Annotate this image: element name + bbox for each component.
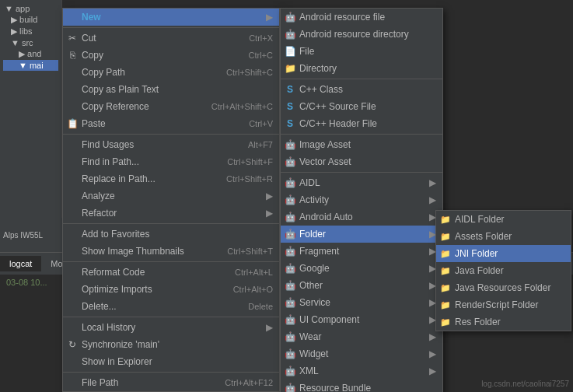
menu-item-replace-path[interactable]: Replace in Path... Ctrl+Shift+R bbox=[63, 170, 279, 187]
tree-item-libs[interactable]: ▶ libs bbox=[3, 26, 58, 37]
menu-item-renderscript-folder[interactable]: 📁 RenderScript Folder bbox=[436, 296, 571, 313]
android-icon-8: 🤖 bbox=[285, 229, 295, 240]
menu-item-google[interactable]: 🤖 Google ▶ bbox=[281, 260, 442, 277]
menu-label-file: File bbox=[299, 46, 314, 57]
menu-label-other: Other bbox=[299, 280, 323, 291]
new-sep-1 bbox=[281, 79, 442, 79]
menu-item-widget[interactable]: 🤖 Widget ▶ bbox=[281, 345, 442, 362]
menu-item-directory[interactable]: 📁 Directory bbox=[281, 60, 442, 77]
folder-icon-jni: 📁 bbox=[440, 248, 451, 259]
menu-item-cpp-class[interactable]: S C++ Class bbox=[281, 81, 442, 98]
tree-item-build[interactable]: ▶ build bbox=[3, 14, 58, 26]
shortcut-replace-path: Ctrl+Shift+R bbox=[226, 174, 273, 184]
menu-label-cut: Cut bbox=[82, 33, 96, 44]
menu-item-cut[interactable]: ✂ Cut Ctrl+X bbox=[63, 30, 279, 47]
separator-3 bbox=[63, 223, 279, 224]
android-icon-12: 🤖 bbox=[285, 297, 295, 308]
menu-item-optimize-imports[interactable]: Optimize Imports Ctrl+Alt+O bbox=[63, 281, 279, 298]
tab-logcat[interactable]: logcat bbox=[0, 256, 41, 271]
context-menu: New ▶ ✂ Cut Ctrl+X ⎘ Copy Ctrl+C Copy Pa… bbox=[62, 8, 280, 392]
menu-item-add-favorites[interactable]: Add to Favorites bbox=[63, 226, 279, 243]
menu-item-copy[interactable]: ⎘ Copy Ctrl+C bbox=[63, 47, 279, 64]
menu-item-cpp-header[interactable]: S C/C++ Header File bbox=[281, 115, 442, 132]
separator-6 bbox=[63, 372, 279, 373]
android-icon-10: 🤖 bbox=[285, 263, 295, 274]
menu-item-android-resource-dir[interactable]: 🤖 Android resource directory bbox=[281, 26, 442, 43]
menu-item-res-folder[interactable]: 📁 Res Folder bbox=[436, 313, 571, 331]
menu-item-service[interactable]: 🤖 Service ▶ bbox=[281, 294, 442, 311]
menu-item-copy-path[interactable]: Copy Path Ctrl+Shift+C bbox=[63, 64, 279, 81]
menu-item-show-thumbnails[interactable]: Show Image Thumbnails Ctrl+Shift+T bbox=[63, 243, 279, 260]
menu-item-folder[interactable]: 🤖 Folder ▶ bbox=[281, 226, 442, 243]
shortcut-thumbnails: Ctrl+Shift+T bbox=[227, 247, 273, 256]
menu-item-analyze[interactable]: Analyze ▶ bbox=[63, 187, 279, 205]
menu-label-res-folder: Res Folder bbox=[455, 317, 501, 327]
tree-item-src[interactable]: ▼ src bbox=[3, 37, 58, 48]
tree-item-and[interactable]: ▶ and bbox=[3, 48, 58, 60]
menu-label-directory: Directory bbox=[299, 63, 337, 74]
android-icon-4: 🤖 bbox=[285, 156, 295, 167]
menu-label-aidl: AIDL bbox=[299, 177, 320, 188]
analyze-arrow-icon: ▶ bbox=[266, 191, 273, 201]
menu-item-find-usages[interactable]: Find Usages Alt+F7 bbox=[63, 136, 279, 153]
menu-item-local-history[interactable]: Local History ▶ bbox=[63, 319, 279, 336]
menu-label-delete: Delete... bbox=[82, 301, 117, 312]
scissors-icon: ✂ bbox=[67, 33, 78, 44]
menu-item-refactor[interactable]: Refactor ▶ bbox=[63, 205, 279, 222]
android-icon-14: 🤖 bbox=[285, 331, 295, 342]
menu-label-assets-folder: Assets Folder bbox=[455, 231, 512, 242]
menu-item-aidl-folder[interactable]: 📁 AIDL Folder bbox=[436, 211, 571, 228]
tree-item-app[interactable]: ▼ app bbox=[3, 3, 58, 14]
wear-arrow-icon: ▶ bbox=[429, 331, 436, 342]
menu-item-xml[interactable]: 🤖 XML ▶ bbox=[281, 362, 442, 380]
menu-item-file-path[interactable]: File Path Ctrl+Alt+F12 bbox=[63, 374, 279, 391]
menu-item-fragment[interactable]: 🤖 Fragment ▶ bbox=[281, 243, 442, 260]
menu-item-jni-folder[interactable]: 📁 JNI Folder bbox=[436, 245, 571, 262]
menu-item-sync[interactable]: ↻ Synchronize 'main' bbox=[63, 336, 279, 353]
menu-item-other[interactable]: 🤖 Other ▶ bbox=[281, 277, 442, 294]
menu-label-ui-component: UI Component bbox=[299, 314, 359, 325]
menu-item-delete[interactable]: Delete... Delete bbox=[63, 298, 279, 315]
menu-label-fragment: Fragment bbox=[299, 246, 339, 257]
menu-label-reformat: Reformat Code bbox=[82, 267, 145, 278]
menu-label-copy-ref: Copy Reference bbox=[82, 101, 149, 112]
menu-item-wear[interactable]: 🤖 Wear ▶ bbox=[281, 328, 442, 345]
menu-item-cpp-source[interactable]: S C/C++ Source File bbox=[281, 98, 442, 115]
android-icon-1: 🤖 bbox=[285, 12, 295, 23]
menu-item-file[interactable]: 📄 File bbox=[281, 43, 442, 60]
menu-item-copy-ref[interactable]: Copy Reference Ctrl+Alt+Shift+C bbox=[63, 98, 279, 115]
menu-label-file-path: File Path bbox=[82, 377, 118, 388]
android-icon-11: 🤖 bbox=[285, 280, 295, 291]
menu-item-new[interactable]: New ▶ bbox=[63, 9, 279, 26]
separator-5 bbox=[63, 317, 279, 317]
shortcut-delete: Delete bbox=[248, 302, 273, 311]
menu-item-android-resource-file[interactable]: 🤖 Android resource file bbox=[281, 9, 442, 26]
tree-item-mai[interactable]: ▼ mai bbox=[3, 60, 58, 71]
menu-item-show-explorer[interactable]: Show in Explorer bbox=[63, 353, 279, 370]
menu-item-ui-component[interactable]: 🤖 UI Component ▶ bbox=[281, 311, 442, 328]
menu-item-vector-asset[interactable]: 🤖 Vector Asset bbox=[281, 153, 442, 170]
menu-item-java-folder[interactable]: 📁 Java Folder bbox=[436, 262, 571, 279]
android-icon-2: 🤖 bbox=[285, 29, 295, 40]
menu-item-image-asset[interactable]: 🤖 Image Asset bbox=[281, 136, 442, 153]
menu-item-paste[interactable]: 📋 Paste Ctrl+V bbox=[63, 115, 279, 132]
menu-item-activity[interactable]: 🤖 Activity ▶ bbox=[281, 191, 442, 208]
folder-icon-java-res: 📁 bbox=[440, 282, 451, 293]
menu-item-android-auto[interactable]: 🤖 Android Auto ▶ bbox=[281, 208, 442, 226]
arrow-icon: ▶ bbox=[266, 12, 273, 23]
menu-label-google: Google bbox=[299, 263, 330, 274]
folder-icon-aidl: 📁 bbox=[440, 214, 451, 225]
new-sep-2 bbox=[281, 134, 442, 135]
logcat-text: 03-08 10... bbox=[6, 278, 47, 287]
menu-item-copy-plain[interactable]: Copy as Plain Text bbox=[63, 81, 279, 98]
menu-item-reformat[interactable]: Reformat Code Ctrl+Alt+L bbox=[63, 264, 279, 281]
menu-item-find-path[interactable]: Find in Path... Ctrl+Shift+F bbox=[63, 153, 279, 170]
menu-item-resource-bundle[interactable]: 🤖 Resource Bundle bbox=[281, 380, 442, 392]
menu-item-java-resources-folder[interactable]: 📁 Java Resources Folder bbox=[436, 279, 571, 296]
menu-label-local-history: Local History bbox=[82, 322, 135, 333]
menu-item-aidl[interactable]: 🤖 AIDL ▶ bbox=[281, 174, 442, 191]
sync-icon: ↻ bbox=[67, 339, 78, 350]
menu-label-android-resource-dir: Android resource directory bbox=[299, 29, 409, 40]
menu-label-android-resource-file: Android resource file bbox=[299, 12, 385, 23]
menu-item-assets-folder[interactable]: 📁 Assets Folder bbox=[436, 228, 571, 245]
